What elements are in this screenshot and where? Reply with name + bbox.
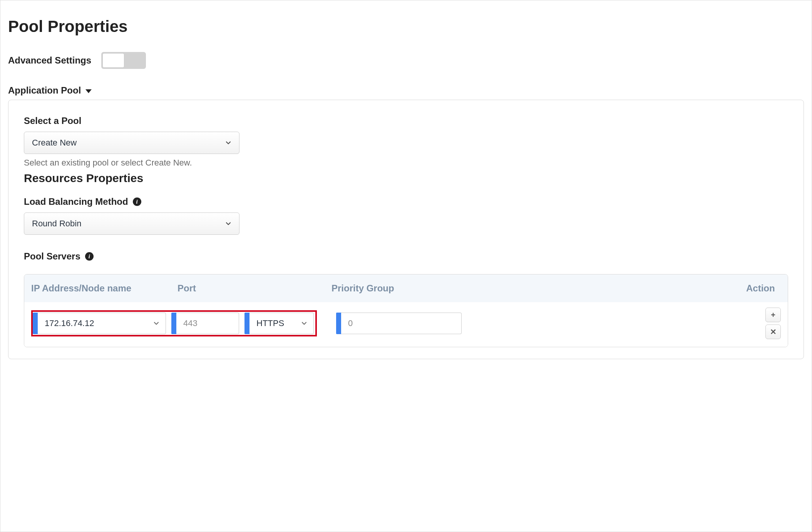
pool-servers-table: IP Address/Node name Port Priority Group…	[24, 274, 788, 347]
protocol-value: HTTPS	[256, 318, 284, 328]
port-value: 443	[183, 318, 198, 328]
chevron-down-icon	[153, 320, 159, 326]
ip-address-value: 172.16.74.12	[45, 318, 94, 328]
select-pool-field: Select a Pool Create New Select an exist…	[24, 115, 788, 168]
port-input[interactable]: 443	[171, 313, 239, 334]
advanced-settings-row: Advanced Settings	[8, 52, 804, 69]
pool-servers-header: IP Address/Node name Port Priority Group…	[24, 274, 788, 302]
select-pool-label: Select a Pool	[24, 115, 788, 126]
priority-wrap: 0	[336, 313, 462, 334]
chevron-down-icon	[225, 221, 231, 227]
info-icon[interactable]: i	[133, 197, 141, 206]
load-balancing-label: Load Balancing Method	[24, 196, 128, 207]
load-balancing-value: Round Robin	[32, 219, 81, 229]
pool-servers-label: Pool Servers	[24, 251, 80, 262]
load-balancing-dropdown[interactable]: Round Robin	[24, 212, 239, 235]
caret-down-icon	[85, 89, 92, 93]
advanced-settings-toggle[interactable]	[101, 52, 146, 69]
priority-input[interactable]: 0	[336, 313, 462, 334]
edit-marker	[336, 313, 341, 334]
chevron-down-icon	[225, 140, 231, 146]
priority-value: 0	[348, 318, 353, 328]
application-pool-panel: Select a Pool Create New Select an exist…	[8, 100, 804, 359]
action-buttons: + ✕	[765, 308, 781, 339]
resources-properties-heading: Resources Properties	[24, 172, 788, 185]
advanced-settings-label: Advanced Settings	[8, 55, 91, 66]
plus-icon: +	[771, 311, 775, 320]
pool-properties-panel: Pool Properties Advanced Settings Applic…	[0, 0, 812, 532]
load-balancing-field: Load Balancing Method i Round Robin	[24, 196, 788, 235]
info-icon[interactable]: i	[85, 252, 94, 261]
close-icon: ✕	[770, 327, 777, 336]
column-header-action: Action	[746, 283, 781, 294]
toggle-knob	[102, 53, 124, 68]
select-pool-help: Select an existing pool or select Create…	[24, 158, 788, 168]
remove-row-button[interactable]: ✕	[765, 325, 781, 339]
pool-servers-row: 172.16.74.12 443 HTTPS	[24, 302, 788, 347]
select-pool-dropdown[interactable]: Create New	[24, 132, 239, 154]
column-header-ip: IP Address/Node name	[31, 283, 177, 294]
add-row-button[interactable]: +	[765, 308, 781, 322]
highlighted-inputs: 172.16.74.12 443 HTTPS	[31, 310, 317, 336]
protocol-select[interactable]: HTTPS	[244, 313, 314, 334]
chevron-down-icon	[301, 320, 307, 326]
ip-address-input[interactable]: 172.16.74.12	[33, 313, 166, 334]
edit-marker	[33, 313, 38, 334]
application-pool-section-title: Application Pool	[8, 85, 81, 96]
edit-marker	[171, 313, 176, 334]
column-header-port: Port	[177, 283, 331, 294]
column-header-priority: Priority Group	[331, 283, 474, 294]
edit-marker	[244, 313, 249, 334]
application-pool-section-header[interactable]: Application Pool	[8, 85, 92, 96]
select-pool-value: Create New	[32, 138, 77, 148]
page-title: Pool Properties	[8, 17, 804, 36]
